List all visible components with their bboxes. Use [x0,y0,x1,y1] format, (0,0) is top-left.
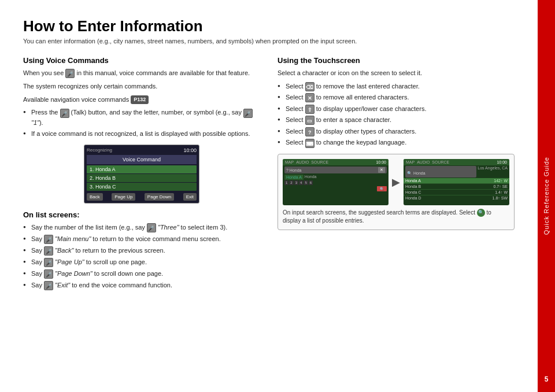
ts-bullet-1: Select ⌫ to remove the last entered char… [278,82,515,92]
list-bullet-1: Say the number of the list item (e.g., s… [23,223,260,232]
ns2-result-1-dist: 142↑ W [494,179,508,183]
ts-bullet-3: Select ⇧ to display upper/lower case cha… [278,104,515,114]
voice-commands-intro3: The system recognizes only certain comma… [23,82,260,91]
ns1-keyboard-area: 1 2 3 4 5 6 🔍 [284,180,387,191]
screen-caption: On input search screens, the suggested s… [283,209,509,225]
touchscreen-title: Using the Touchscreen [278,56,515,65]
vc-footer: Back Page Up Page Down Exit [87,193,197,201]
list-bullet-2: Say 🎤 "Main menu" to return to the voice… [23,234,260,244]
ns1-key-5[interactable]: 5 [304,180,308,185]
vc-recognizing-text: Recognizing [87,147,112,153]
ns2-result-4-name: Honda D [405,196,421,200]
ns1-key-6[interactable]: 6 [309,180,313,185]
ns2-result-2-name: Honda B [405,184,421,188]
screen-demo-inner: MAP AUDIO SOURCE 10:00 ? Honda ✕ [283,159,509,205]
keyboard-icon: ⌨ [305,139,314,148]
voice-commands-intro4: Available navigation voice commands P132 [23,95,260,105]
vc-pagedown-btn[interactable]: Page Down [145,193,174,201]
touchscreen-section: Using the Touchscreen Select a character… [278,56,515,148]
ts-bullet-2: Select ✕ to remove all entered character… [278,93,515,103]
ts-bullet-5: Select ? to display other types of chara… [278,127,515,137]
vc-pageup-btn[interactable]: Page Up [112,193,135,201]
ns1-clear-btn[interactable]: ✕ [378,167,385,173]
vc-exit-btn[interactable]: Exit [183,193,197,201]
mic-icon-8: 🎤 [44,281,53,290]
ns2-result-1-name: Honda A [405,179,421,183]
list-bullet-6: Say 🎤 "Exit" to end the voice command fu… [23,280,260,290]
clear-icon: ✕ [305,93,314,102]
ns2-result-3-name: Honda C [405,190,421,194]
list-screens-section: On list screens: Say the number of the l… [23,210,260,291]
ns1-search: ? Honda [286,168,378,172]
ns1-search-btn[interactable]: 🔍 [377,186,387,191]
list-bullet-4: Say 🎤 "Page Up" to scroll up one page. [23,257,260,267]
ns1-key-3[interactable]: 3 [294,180,298,185]
screen-arrow: ▶ [392,176,400,188]
mic-icon-2: 🎤 [243,109,253,118]
vc-list-item-1: 1. Honda A [87,165,197,173]
ns2-location: Los Angeles, CA [478,166,508,177]
page-subtitle: You can enter information (e.g., city na… [23,38,515,45]
ts-bullet-6: Select ⌨ to change the keypad language. [278,138,515,148]
nav-screen-1: MAP AUDIO SOURCE 10:00 ? Honda ✕ [283,159,388,205]
ns1-key-4[interactable]: 4 [299,180,303,185]
symbol-icon: ? [305,127,314,136]
touchscreen-bullets: Select ⌫ to remove the last entered char… [278,82,515,149]
bullet-item: Press the 🎤 (Talk) button, and say the l… [23,108,260,127]
vc-list-item-3: 3. Honda C [87,183,197,191]
list-bullet-3: Say 🎤 "Back" to return to the previous s… [23,246,260,256]
screen-demo-box: MAP AUDIO SOURCE 10:00 ? Honda ✕ [278,154,515,230]
backspace-icon: ⌫ [305,82,314,91]
sidebar-label: Quick Reference Guide [543,157,550,235]
vc-header: Recognizing 10:00 [87,147,197,153]
list-bullet-5: Say 🎤 "Page Down" to scroll down one pag… [23,269,260,279]
nav-screen-2: MAP AUDIO SOURCE 10:00 🔍 Honda L [404,159,509,205]
bullet-item: If a voice command is not recognized, a … [23,129,260,139]
ns2-time: 10:00 [497,160,507,164]
ns1-header: MAP AUDIO SOURCE 10:00 [283,159,388,165]
case-icon: ⇧ [305,105,314,114]
ts-bullet-4: Select ▭ to enter a space character. [278,115,515,125]
ns1-key-2[interactable]: 2 [289,180,293,185]
ns1-tab-honda-a: Honda A [284,175,304,180]
space-icon: ▭ [305,116,314,125]
mic-icon: 🎤 [65,69,75,78]
vc-list-item-2: 2. Honda B [87,174,197,182]
voice-commands-bullets: Press the 🎤 (Talk) button, and say the l… [23,108,260,138]
mic-icon-5: 🎤 [44,246,53,256]
ns1-key-1[interactable]: 1 [284,180,288,185]
mic-icon-4: 🎤 [44,235,53,244]
voice-commands-intro: When you see 🎤 in this manual, voice com… [23,68,260,78]
ns2-results: Honda A 142↑ W Honda B 0.7↑ SE Honda C 1… [404,178,509,201]
ns2-result-2-dist: 0.7↑ SE [493,184,508,188]
p132-badge[interactable]: P132 [131,95,149,105]
mic-icon-3: 🎤 [147,223,156,232]
ns1-tab-honda: Honda [305,175,317,180]
mic-icon-6: 🎤 [44,258,53,267]
search-icon-inline: 🔍 [477,209,485,217]
vc-back-btn[interactable]: Back [87,193,103,201]
vc-title-bar: Voice Command [87,155,197,164]
voice-commands-title: Using Voice Commands [23,56,260,65]
left-column: Using Voice Commands When you see 🎤 in t… [23,56,260,293]
list-screens-title: On list screens: [23,210,260,219]
voice-commands-section: Using Voice Commands When you see 🎤 in t… [23,56,260,139]
ns2-result-4-dist: 1.8↑ SW [493,196,508,200]
page-number: 5 [538,375,555,383]
vc-time: 10:00 [183,147,197,153]
list-screens-bullets: Say the number of the list item (e.g., s… [23,223,260,291]
page-title: How to Enter Information [23,17,515,35]
ns2-search-text: 🔍 Honda [407,171,426,175]
right-column: Using the Touchscreen Select a character… [278,56,515,293]
touchscreen-intro: Select a character or icon on the screen… [278,68,515,78]
talk-button-icon: 🎤 [60,109,69,118]
mic-icon-7: 🎤 [44,269,53,279]
sidebar: Quick Reference Guide 5 [538,0,555,392]
ns2-header: MAP AUDIO SOURCE 10:00 [404,159,509,165]
ns2-result-3-dist: 1.4↑ W [495,190,508,194]
ns1-time: 10:00 [376,160,386,164]
voice-command-screenshot: Recognizing 10:00 Voice Command 1. Honda… [84,145,199,204]
